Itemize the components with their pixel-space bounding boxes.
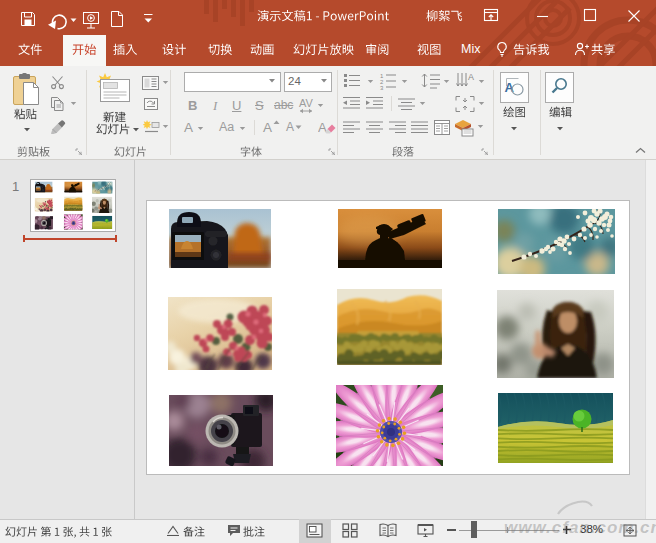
svg-text:3: 3 (380, 85, 384, 91)
svg-text:A: A (468, 72, 474, 82)
svg-text:A: A (318, 120, 327, 135)
